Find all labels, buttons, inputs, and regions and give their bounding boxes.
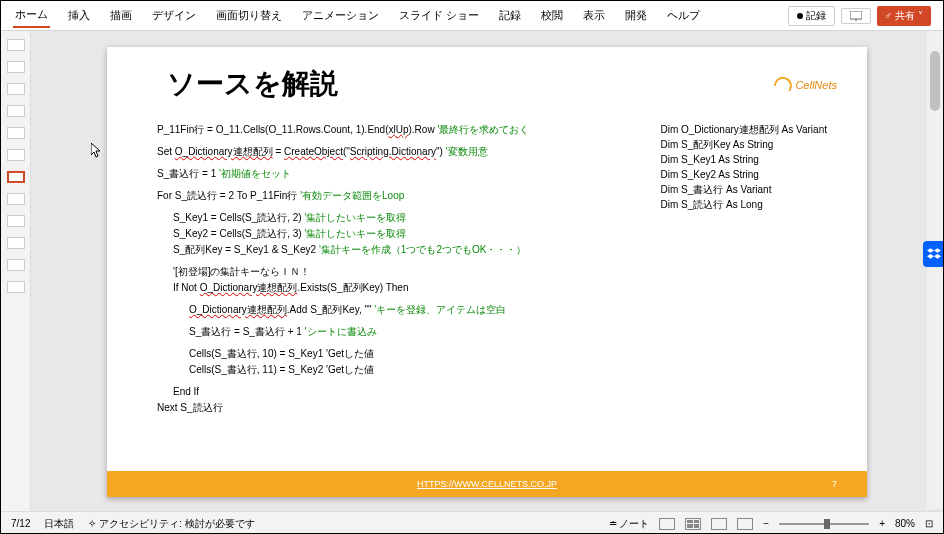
slide-thumb[interactable]	[7, 39, 25, 51]
slide-title: ソースを解説	[107, 47, 867, 113]
tab-help[interactable]: ヘルプ	[665, 4, 702, 27]
tab-record[interactable]: 記録	[497, 4, 523, 27]
tab-insert[interactable]: 挿入	[66, 4, 92, 27]
slide-thumb[interactable]	[7, 127, 25, 139]
view-normal-icon[interactable]	[659, 518, 675, 530]
status-bar: 7/12 日本語 ✧ アクセシビリティ: 検討が必要です ≐ ノート − + 8…	[1, 511, 943, 534]
tab-animations[interactable]: アニメーション	[300, 4, 381, 27]
record-dot-icon	[797, 13, 803, 19]
view-slideshow-icon[interactable]	[737, 518, 753, 530]
tab-view[interactable]: 表示	[581, 4, 607, 27]
scroll-thumb[interactable]	[930, 51, 940, 111]
zoom-level[interactable]: 80%	[895, 518, 915, 529]
vertical-scrollbar[interactable]	[927, 31, 943, 509]
slide-thumb[interactable]	[7, 215, 25, 227]
dim-block: Dim O_Dictionary連想配列 As Variant Dim S_配列…	[660, 122, 827, 212]
zoom-slider[interactable]	[779, 523, 869, 525]
slide-thumb[interactable]	[7, 61, 25, 73]
tab-transitions[interactable]: 画面切り替え	[214, 4, 284, 27]
present-button[interactable]	[841, 8, 871, 24]
zoom-out-icon[interactable]: −	[763, 518, 769, 529]
present-icon	[850, 11, 862, 21]
tab-home[interactable]: ホーム	[13, 3, 50, 28]
dropbox-badge[interactable]	[923, 241, 944, 267]
logo: CellNets	[775, 77, 837, 91]
tab-developer[interactable]: 開発	[623, 4, 649, 27]
thumbnail-panel	[1, 31, 31, 511]
slide[interactable]: ソースを解説 CellNets P_11Fin行 = O_11.Cells(O_…	[107, 47, 867, 497]
slide-thumb[interactable]	[7, 149, 25, 161]
dropbox-icon	[927, 247, 941, 261]
slide-thumb-current[interactable]	[7, 171, 25, 183]
footer-url: HTTPS://WWW.CELLNETS.CO.JP	[417, 479, 557, 489]
slide-thumb[interactable]	[7, 259, 25, 271]
view-reading-icon[interactable]	[711, 518, 727, 530]
code-block: P_11Fin行 = O_11.Cells(O_11.Rows.Count, 1…	[157, 122, 529, 416]
slide-thumb[interactable]	[7, 193, 25, 205]
slide-footer: HTTPS://WWW.CELLNETS.CO.JP 7	[107, 471, 867, 497]
language-indicator[interactable]: 日本語	[44, 517, 74, 531]
tab-slideshow[interactable]: スライド ショー	[397, 4, 481, 27]
zoom-in-icon[interactable]: +	[879, 518, 885, 529]
page-indicator: 7/12	[11, 518, 30, 529]
page-number: 7	[832, 479, 837, 489]
slide-thumb[interactable]	[7, 83, 25, 95]
fit-window-icon[interactable]: ⊡	[925, 518, 933, 529]
notes-button[interactable]: ≐ ノート	[609, 517, 650, 531]
accessibility-status[interactable]: ✧ アクセシビリティ: 検討が必要です	[88, 517, 254, 531]
record-button[interactable]: 記録	[788, 6, 835, 26]
share-button[interactable]: ♂ 共有 ˅	[877, 6, 932, 26]
tab-review[interactable]: 校閲	[539, 4, 565, 27]
slide-thumb[interactable]	[7, 281, 25, 293]
view-sorter-icon[interactable]	[685, 518, 701, 530]
slide-thumb[interactable]	[7, 105, 25, 117]
ribbon: ホーム 挿入 描画 デザイン 画面切り替え アニメーション スライド ショー 記…	[1, 1, 943, 31]
slide-thumb[interactable]	[7, 237, 25, 249]
svg-rect-0	[850, 11, 862, 19]
tab-design[interactable]: デザイン	[150, 4, 198, 27]
tab-draw[interactable]: 描画	[108, 4, 134, 27]
slide-canvas: ソースを解説 CellNets P_11Fin行 = O_11.Cells(O_…	[31, 31, 943, 511]
